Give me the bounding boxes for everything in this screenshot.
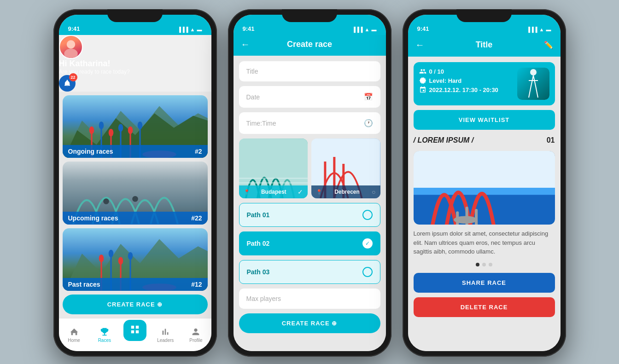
info-details: 0 / 10 Level: Hard 2022.12.12. 17:30 - 2… [419, 68, 513, 93]
location-grid: 📍 Budapest ✓ [239, 139, 380, 198]
level-value: Level: Hard [429, 77, 462, 84]
greeting: Hi Katharina! [59, 59, 211, 69]
path-03-name: Path 03 [247, 268, 270, 276]
title-input[interactable]: Title [239, 61, 380, 81]
date-placeholder: Date [246, 93, 260, 101]
level-row: Level: Hard [419, 77, 513, 84]
create-form-content: Title Date 📅 Time:Time 🕐 [234, 56, 386, 351]
path-01-item[interactable]: Path 01 [239, 203, 380, 227]
location-pin-icon: 📍 [244, 189, 250, 195]
path-03-radio [362, 267, 373, 277]
upcoming-races-card[interactable]: Upcoming races #22 [63, 162, 208, 224]
calendar-icon: 📅 [364, 92, 373, 101]
svg-point-15 [137, 121, 142, 129]
back-arrow-2[interactable]: ← [241, 39, 250, 50]
past-races-card[interactable]: Past races #12 [63, 228, 208, 291]
date-input[interactable]: Date 📅 [239, 86, 380, 108]
nav-start-btn[interactable] [123, 320, 146, 341]
ongoing-races-card[interactable]: Ongoing races #2 [63, 95, 208, 158]
svg-point-26 [108, 249, 113, 257]
svg-point-11 [99, 121, 104, 129]
title-placeholder: Title [246, 68, 258, 75]
svg-point-12 [108, 129, 113, 137]
wifi-icon: ▲ [190, 27, 195, 32]
notification-bell[interactable]: 22 [59, 75, 76, 92]
nav-leaders[interactable]: Leaders [150, 323, 181, 347]
ongoing-overlay: Ongoing races #2 [63, 145, 208, 158]
dot-2[interactable] [482, 263, 486, 266]
svg-point-19 [132, 196, 138, 202]
path-02-name: Path 02 [247, 240, 270, 247]
svg-point-25 [99, 254, 104, 262]
section-number: 01 [547, 136, 555, 144]
svg-point-13 [118, 124, 123, 132]
edit-icon[interactable]: ✏️ [544, 40, 553, 49]
svg-point-27 [118, 257, 123, 265]
nav-profile-label: Profile [189, 338, 202, 343]
budapest-name: Budapest [261, 189, 286, 195]
phone-detail: 9:41 ▐▐▐ ▲ ▬ ← Title ✏️ 0 [403, 9, 566, 357]
svg-rect-32 [131, 330, 134, 333]
debrecen-name: Debrecen [334, 189, 360, 195]
notification-badge: 22 [69, 73, 77, 81]
notch-2 [282, 9, 337, 22]
nav-races-label: Races [98, 338, 111, 343]
carousel-dots [414, 261, 555, 268]
phone-home: 9:41 ▐▐▐ ▲ ▬ Hi Katharina! Are you ready… [53, 9, 217, 357]
svg-point-48 [453, 216, 477, 223]
signal-icon-2: ▐▐▐ [352, 27, 362, 32]
create-race-button-2[interactable]: CREATE RACE ⊕ [239, 313, 380, 333]
nav-home-label: Home [68, 338, 80, 343]
nav-home[interactable]: Home [59, 323, 89, 347]
upcoming-num: #22 [191, 214, 202, 222]
subtitle: Are you ready to race today? [59, 69, 211, 75]
back-arrow-3[interactable]: ← [415, 40, 425, 50]
max-players-input[interactable]: Max players [239, 289, 380, 309]
delete-race-button[interactable]: DELETE RACE [414, 297, 555, 317]
wifi-icon-2: ▲ [365, 27, 370, 32]
share-race-button[interactable]: SHARE RACE [414, 273, 555, 293]
path-03-item[interactable]: Path 03 [239, 260, 380, 284]
past-overlay: Past races #12 [63, 278, 208, 291]
create-race-button[interactable]: CREATE RACE ⊕ [63, 295, 208, 314]
status-time-2: 9:41 [243, 25, 255, 32]
path-02-item[interactable]: Path 02 ✓ [239, 231, 380, 255]
nav-profile[interactable]: Profile [181, 323, 211, 347]
screen-create-inner: 9:41 ▐▐▐ ▲ ▬ ← Create race Title Date 📅 [234, 15, 386, 351]
detail-top-bar: ← Title ✏️ [408, 35, 561, 57]
home-header: Hi Katharina! Are you ready to race toda… [59, 35, 211, 92]
time-input[interactable]: Time:Time 🕐 [239, 112, 380, 134]
battery-icon: ▬ [197, 27, 202, 32]
nav-start[interactable] [120, 325, 150, 345]
info-thumbnail [517, 68, 549, 100]
nav-leaders-label: Leaders [157, 338, 174, 343]
section-title: / LOREM IPSUM / [414, 136, 474, 144]
nav-races[interactable]: Races [89, 323, 120, 347]
path-01-name: Path 01 [247, 211, 270, 219]
view-waitlist-button[interactable]: VIEW WAITLIST [414, 110, 555, 130]
location-budapest[interactable]: 📍 Budapest ✓ [239, 139, 308, 198]
clock-icon: 🕐 [364, 119, 373, 127]
ongoing-label: Ongoing races [68, 148, 113, 155]
create-title: Create race [287, 40, 332, 49]
svg-point-14 [128, 127, 133, 134]
svg-rect-31 [136, 325, 139, 328]
svg-point-0 [66, 40, 75, 48]
upcoming-overlay: Upcoming races #22 [63, 212, 208, 225]
dot-3[interactable] [489, 263, 492, 266]
status-icons-1: ▐▐▐ ▲ ▬ [177, 27, 202, 32]
past-num: #12 [191, 281, 202, 288]
check-icon-budapest: ✓ [298, 188, 303, 196]
path-01-radio [362, 210, 373, 220]
dot-1[interactable] [476, 263, 479, 266]
race-description: Lorem ipsum dolor sit amet, consectetur … [414, 229, 555, 256]
wifi-icon-3: ▲ [539, 27, 544, 32]
datetime-value: 2022.12.12. 17:30 - 20:30 [429, 87, 498, 93]
screen-content: Ongoing races #2 [59, 92, 211, 318]
svg-point-1 [64, 49, 78, 59]
svg-rect-33 [136, 330, 139, 333]
notch-3 [456, 9, 512, 22]
battery-icon-3: ▬ [546, 27, 551, 32]
status-icons-3: ▐▐▐ ▲ ▬ [526, 27, 551, 32]
location-debrecen[interactable]: 📍 Debrecen ○ [311, 139, 380, 198]
